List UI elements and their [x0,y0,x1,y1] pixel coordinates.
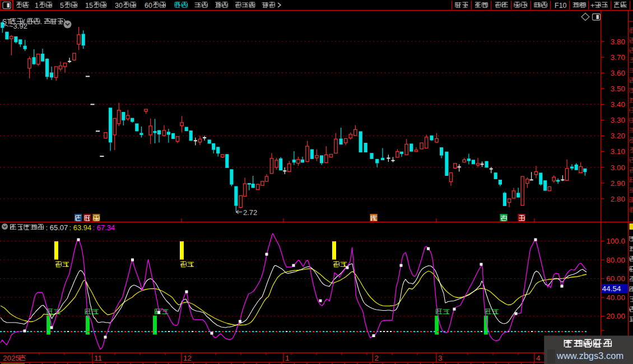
svg-text:1: 1 [35,2,39,10]
svg-text:60: 60 [145,2,152,10]
svg-text:(: ( [23,18,25,26]
svg-text:3.00: 3.00 [611,164,625,172]
svg-text:www.zbgs3.com: www.zbgs3.com [556,351,623,361]
svg-text:60.00: 60.00 [606,274,625,283]
svg-text:5: 5 [60,2,64,10]
svg-text:1: 1 [285,354,290,362]
svg-text:: 63.94: : 63.94 [69,223,92,232]
svg-text:3.60: 3.60 [611,69,625,77]
svg-text:80.00: 80.00 [606,256,625,264]
svg-text:3.20: 3.20 [611,132,625,140]
svg-text:3.70: 3.70 [611,53,625,62]
svg-text:4: 4 [536,354,541,362]
svg-text:2.80: 2.80 [611,195,625,203]
svg-text:2025: 2025 [3,354,20,362]
svg-text:3.80: 3.80 [611,38,625,46]
svg-text:44.54: 44.54 [602,284,621,293]
svg-text:100.0: 100.0 [606,237,625,245]
svg-text:2: 2 [375,354,379,362]
svg-text:3.40: 3.40 [611,100,625,109]
svg-text:: 65.07: : 65.07 [46,223,68,232]
svg-text:ST: ST [2,18,11,26]
svg-text:30: 30 [115,2,123,10]
svg-text:3.50: 3.50 [611,85,625,93]
svg-text:+: + [590,2,594,10]
svg-text:15: 15 [85,2,93,10]
svg-text:3.30: 3.30 [611,116,625,124]
svg-text:2.90: 2.90 [611,179,625,188]
svg-text:20.00: 20.00 [606,312,625,320]
svg-text:12: 12 [183,354,192,362]
svg-text:F10: F10 [555,2,567,10]
svg-text:2.72: 2.72 [243,208,257,217]
svg-text:40.00: 40.00 [606,293,625,302]
svg-text:3.10: 3.10 [611,147,625,156]
svg-text:11: 11 [94,354,102,362]
svg-text:3: 3 [438,354,443,362]
svg-text:: 67.34: : 67.34 [93,223,115,232]
svg-text:.: . [40,18,41,26]
